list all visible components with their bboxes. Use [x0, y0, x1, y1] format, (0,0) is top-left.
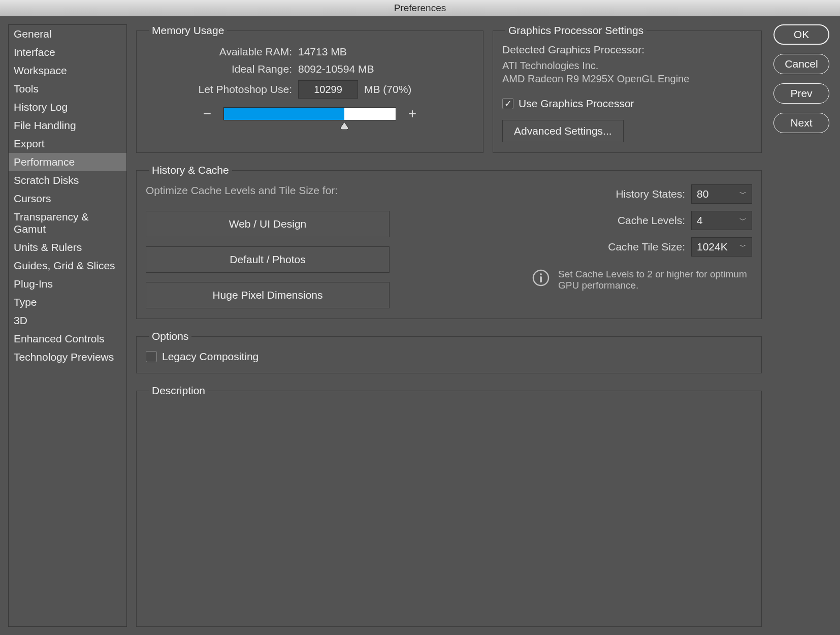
legacy-compositing-checkbox[interactable]: [146, 351, 157, 362]
sidebar-item-3d[interactable]: 3D: [9, 311, 126, 330]
legacy-compositing-label: Legacy Compositing: [162, 351, 259, 363]
sidebar-item-transparency-gamut[interactable]: Transparency & Gamut: [9, 208, 126, 238]
sidebar-item-workspace[interactable]: Workspace: [9, 61, 126, 80]
let-photoshop-use-suffix: MB (70%): [364, 83, 411, 96]
svg-rect-2: [540, 276, 542, 282]
ok-button[interactable]: OK: [773, 24, 829, 45]
sidebar-item-history-log[interactable]: History Log: [9, 98, 126, 116]
info-icon: [532, 269, 550, 287]
advanced-settings-button[interactable]: Advanced Settings...: [502, 120, 624, 142]
preferences-dialog: GeneralInterfaceWorkspaceToolsHistory Lo…: [0, 16, 840, 635]
sidebar-item-scratch-disks[interactable]: Scratch Disks: [9, 171, 126, 189]
let-photoshop-use-input[interactable]: [298, 80, 358, 99]
gpu-settings-legend: Graphics Processor Settings: [505, 24, 647, 37]
sidebar-item-interface[interactable]: Interface: [9, 43, 126, 61]
chevron-down-icon: ﹀: [739, 242, 747, 251]
memory-slider[interactable]: − +: [146, 106, 474, 122]
preset-huge-pixel-button[interactable]: Huge Pixel Dimensions: [146, 282, 390, 308]
use-gpu-label: Use Graphics Processor: [519, 98, 634, 110]
memory-slider-track[interactable]: [223, 107, 396, 120]
detected-gpu-value: ATI Technologies Inc.AMD Radeon R9 M295X…: [502, 59, 752, 85]
memory-usage-legend: Memory Usage: [149, 24, 227, 37]
available-ram-label: Available RAM:: [146, 46, 298, 58]
history-states-label: History States:: [616, 188, 685, 200]
sidebar-item-plug-ins[interactable]: Plug-Ins: [9, 275, 126, 293]
sidebar-item-performance[interactable]: Performance: [9, 153, 126, 171]
svg-point-1: [540, 273, 542, 275]
prev-button[interactable]: Prev: [773, 83, 829, 104]
chevron-down-icon: ﹀: [739, 189, 747, 199]
available-ram-value: 14713 MB: [298, 46, 347, 58]
sidebar-item-general[interactable]: General: [9, 25, 126, 43]
history-states-value: 80: [697, 188, 708, 200]
sidebar-item-file-handling[interactable]: File Handling: [9, 116, 126, 135]
description-group: Description: [136, 385, 762, 627]
memory-usage-group: Memory Usage Available RAM: 14713 MB Ide…: [136, 24, 483, 153]
history-states-select[interactable]: 80 ﹀: [691, 184, 752, 204]
prefs-category-list: GeneralInterfaceWorkspaceToolsHistory Lo…: [8, 24, 127, 627]
options-legend: Options: [149, 330, 191, 342]
chevron-down-icon: ﹀: [739, 216, 747, 225]
window-titlebar: Preferences: [0, 0, 840, 16]
options-group: Options Legacy Compositing: [136, 330, 762, 373]
sidebar-item-units-rulers[interactable]: Units & Rulers: [9, 238, 126, 257]
sidebar-item-guides-grid-slices[interactable]: Guides, Grid & Slices: [9, 257, 126, 275]
optimize-label: Optimize Cache Levels and Tile Size for:: [146, 184, 390, 197]
ideal-range-label: Ideal Range:: [146, 63, 298, 75]
let-photoshop-use-label: Let Photoshop Use:: [146, 83, 298, 96]
sidebar-item-technology-previews[interactable]: Technology Previews: [9, 348, 126, 366]
detected-gpu-label: Detected Graphics Processor:: [502, 44, 752, 56]
cache-hint-text: Set Cache Levels to 2 or higher for opti…: [558, 269, 752, 291]
plus-icon[interactable]: +: [406, 106, 418, 122]
history-cache-legend: History & Cache: [149, 164, 232, 176]
sidebar-item-export[interactable]: Export: [9, 135, 126, 153]
cache-tile-size-label: Cache Tile Size:: [608, 241, 685, 253]
cache-tile-size-select[interactable]: 1024K ﹀: [691, 237, 752, 257]
gpu-settings-group: Graphics Processor Settings Detected Gra…: [493, 24, 762, 153]
ideal-range-value: 8092-10594 MB: [298, 63, 374, 75]
sidebar-item-enhanced-controls[interactable]: Enhanced Controls: [9, 330, 126, 348]
memory-slider-thumb[interactable]: [340, 122, 349, 130]
memory-slider-fill: [224, 108, 344, 120]
sidebar-item-tools[interactable]: Tools: [9, 80, 126, 98]
cache-levels-value: 4: [697, 214, 703, 227]
use-gpu-checkbox[interactable]: [502, 98, 513, 109]
sidebar-item-cursors[interactable]: Cursors: [9, 189, 126, 208]
cache-levels-select[interactable]: 4 ﹀: [691, 211, 752, 230]
history-cache-group: History & Cache Optimize Cache Levels an…: [136, 164, 762, 319]
minus-icon[interactable]: −: [201, 106, 213, 122]
dialog-buttons: OK Cancel Prev Next: [771, 24, 832, 627]
cache-tile-size-value: 1024K: [697, 241, 728, 253]
description-legend: Description: [149, 385, 208, 397]
next-button[interactable]: Next: [773, 113, 829, 133]
window-title: Preferences: [394, 3, 446, 14]
preset-default-photos-button[interactable]: Default / Photos: [146, 246, 390, 273]
main-panel: Memory Usage Available RAM: 14713 MB Ide…: [136, 24, 762, 627]
sidebar-item-type[interactable]: Type: [9, 293, 126, 311]
cache-levels-label: Cache Levels:: [618, 214, 685, 227]
preset-web-ui-button[interactable]: Web / UI Design: [146, 211, 390, 237]
cancel-button[interactable]: Cancel: [773, 54, 829, 74]
